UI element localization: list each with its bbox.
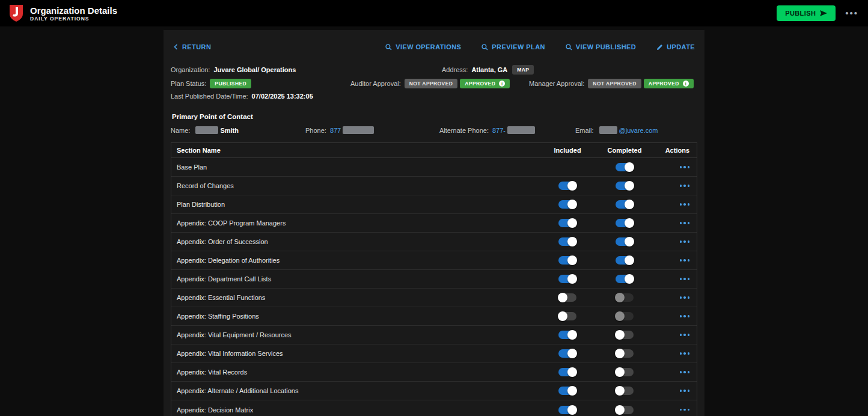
completed-toggle: [616, 312, 634, 320]
primary-contact-heading: Primary Point of Contact: [172, 113, 695, 120]
toggle-knob: [567, 367, 577, 377]
completed-toggle[interactable]: [616, 219, 634, 227]
row-actions-button[interactable]: [680, 275, 690, 283]
section-name: Appendix: Alternate / Additional Locatio…: [171, 387, 540, 394]
auditor-approved-button[interactable]: APPROVED i: [460, 79, 510, 88]
publish-button[interactable]: PUBLISH: [777, 5, 836, 21]
included-toggle[interactable]: [558, 368, 576, 376]
phone-link[interactable]: 877: [330, 127, 341, 134]
contact-row: Name: Smith Phone: 877 Alternate Phone: …: [171, 126, 697, 134]
included-cell: [540, 312, 594, 320]
top-bar: Organization Details DAILY OPERATIONS PU…: [0, 0, 868, 26]
row-actions-button[interactable]: [680, 257, 690, 264]
completed-toggle[interactable]: [616, 387, 634, 395]
auditor-approval-label: Auditor Approval:: [350, 80, 401, 87]
row-actions-button[interactable]: [680, 294, 690, 301]
manager-not-approved-button[interactable]: NOT APPROVED: [588, 79, 641, 88]
row-actions-button[interactable]: [680, 331, 690, 338]
included-toggle[interactable]: [558, 182, 576, 190]
table-row: Appendix: Vital Information Services: [171, 344, 697, 363]
toggle-knob: [625, 162, 634, 172]
toggle-knob: [567, 218, 577, 228]
more-options-button[interactable]: •••: [844, 8, 860, 19]
toggle-knob: [567, 349, 577, 358]
included-toggle[interactable]: [558, 256, 576, 265]
view-published-button[interactable]: VIEW PUBLISHED: [566, 43, 636, 50]
toggle-knob: [615, 405, 625, 415]
completed-toggle[interactable]: [616, 237, 634, 246]
included-toggle[interactable]: [558, 275, 576, 283]
completed-toggle: [616, 293, 634, 302]
toggle-knob: [615, 311, 625, 321]
completed-toggle[interactable]: [616, 368, 634, 376]
completed-toggle[interactable]: [616, 331, 634, 339]
included-toggle[interactable]: [558, 387, 576, 395]
included-cell: [540, 256, 594, 265]
included-toggle[interactable]: [558, 312, 576, 320]
return-button[interactable]: RETURN: [173, 43, 211, 50]
toggle-knob: [615, 330, 625, 340]
redacted-phone: [343, 126, 374, 134]
row-actions-button[interactable]: [680, 313, 690, 320]
search-icon: [566, 44, 572, 50]
included-toggle[interactable]: [558, 293, 576, 302]
table-row: Appendix: Vital Equipment / Resources: [171, 326, 697, 344]
included-toggle[interactable]: [558, 219, 576, 227]
section-name: Appendix: Delegation of Authorities: [171, 257, 540, 264]
included-cell: [540, 200, 594, 209]
completed-toggle[interactable]: [616, 275, 634, 283]
included-toggle[interactable]: [558, 349, 576, 358]
toggle-knob: [567, 255, 577, 265]
address-value: Atlanta, GA: [471, 66, 507, 73]
completed-cell: [594, 349, 655, 358]
panel-toolbar: RETURN VIEW OPERATIONS PREVIEW PLAN VIEW…: [173, 43, 695, 50]
completed-toggle[interactable]: [616, 163, 634, 171]
row-actions-button[interactable]: [680, 350, 690, 357]
view-operations-button[interactable]: VIEW OPERATIONS: [385, 43, 461, 50]
completed-toggle[interactable]: [616, 256, 634, 265]
map-button[interactable]: MAP: [512, 65, 534, 75]
organization-row: Organization: Juvare Global/ Operations …: [171, 65, 697, 75]
completed-toggle[interactable]: [616, 349, 634, 358]
completed-cell: [594, 219, 655, 227]
toggle-knob: [567, 237, 577, 246]
row-actions-button[interactable]: [680, 406, 690, 414]
table-row: Plan Distribution: [171, 195, 697, 214]
completed-toggle[interactable]: [616, 200, 634, 209]
table-row: Appendix: Alternate / Additional Locatio…: [171, 382, 697, 400]
included-cell: [540, 349, 594, 358]
email-link[interactable]: @juvare.com: [619, 127, 658, 134]
phone-label: Phone:: [305, 127, 326, 134]
table-body: Base Plan Record of Changes Plan Distrib…: [171, 158, 697, 416]
included-cell: [540, 237, 594, 246]
preview-plan-button[interactable]: PREVIEW PLAN: [481, 43, 545, 50]
included-toggle[interactable]: [558, 331, 576, 339]
page-subtitle: DAILY OPERATIONS: [30, 16, 117, 22]
completed-toggle[interactable]: [616, 182, 634, 190]
toggle-knob: [558, 293, 567, 302]
table-row: Appendix: Order of Succession: [171, 233, 697, 251]
row-actions-button[interactable]: [680, 369, 690, 376]
included-cell: [540, 387, 594, 395]
section-name: Appendix: Decision Matrix: [171, 406, 540, 414]
completed-cell: [594, 331, 655, 339]
alternate-phone-link[interactable]: 877-: [492, 127, 506, 134]
included-toggle[interactable]: [558, 237, 576, 246]
auditor-not-approved-button[interactable]: NOT APPROVED: [405, 79, 458, 88]
row-actions-button[interactable]: [680, 238, 690, 245]
completed-cell: [594, 406, 655, 414]
juvare-shield-logo: [8, 4, 24, 22]
name-label: Name:: [171, 127, 190, 134]
included-toggle[interactable]: [558, 200, 576, 209]
row-actions-button[interactable]: [680, 219, 690, 227]
row-actions-button[interactable]: [680, 387, 690, 394]
included-toggle[interactable]: [558, 406, 576, 414]
update-button[interactable]: UPDATE: [656, 43, 695, 50]
completed-toggle[interactable]: [616, 406, 634, 414]
table-header-row: Section Name Included Completed Actions: [171, 143, 697, 158]
manager-approved-button[interactable]: APPROVED i: [644, 79, 694, 88]
row-actions-button[interactable]: [680, 182, 690, 189]
row-actions-button[interactable]: [680, 164, 690, 171]
row-actions-button[interactable]: [680, 201, 690, 208]
redacted-alternate-phone: [507, 126, 535, 134]
